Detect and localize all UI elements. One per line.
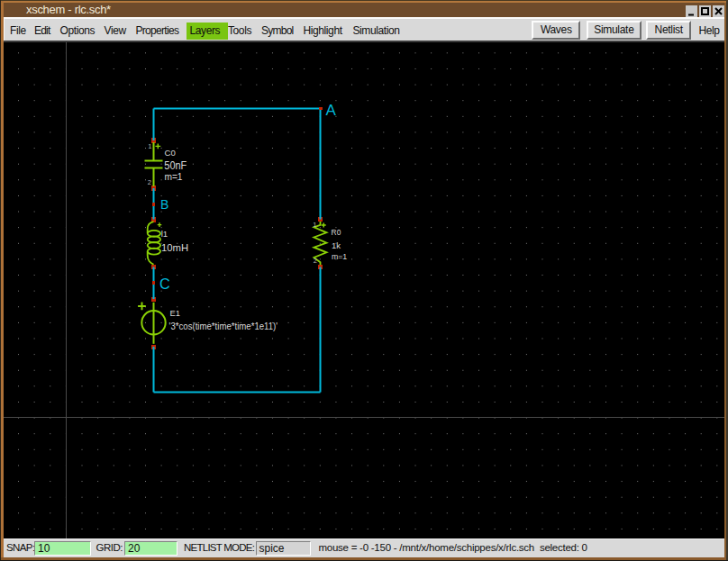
svg-text:10mH: 10mH — [161, 242, 188, 253]
svg-text:2: 2 — [148, 178, 151, 186]
svg-text:C: C — [159, 276, 170, 292]
svg-text:m=1: m=1 — [332, 252, 347, 261]
svg-text:1: 1 — [313, 221, 316, 229]
svg-text:l1: l1 — [161, 229, 168, 239]
svg-text:'3*cos(time*time*time*1e11)': '3*cos(time*time*time*1e11)' — [169, 321, 278, 331]
svg-text:B: B — [160, 197, 168, 212]
svg-text:m=1: m=1 — [164, 172, 182, 182]
svg-text:C0: C0 — [165, 148, 176, 158]
svg-text:1k: 1k — [332, 240, 341, 250]
svg-text:50nF: 50nF — [164, 159, 187, 172]
svg-text:E1: E1 — [170, 308, 180, 318]
svg-text:A: A — [326, 102, 337, 119]
svg-text:1: 1 — [148, 142, 151, 150]
svg-text:R0: R0 — [332, 228, 341, 237]
svg-text:2: 2 — [314, 257, 317, 265]
